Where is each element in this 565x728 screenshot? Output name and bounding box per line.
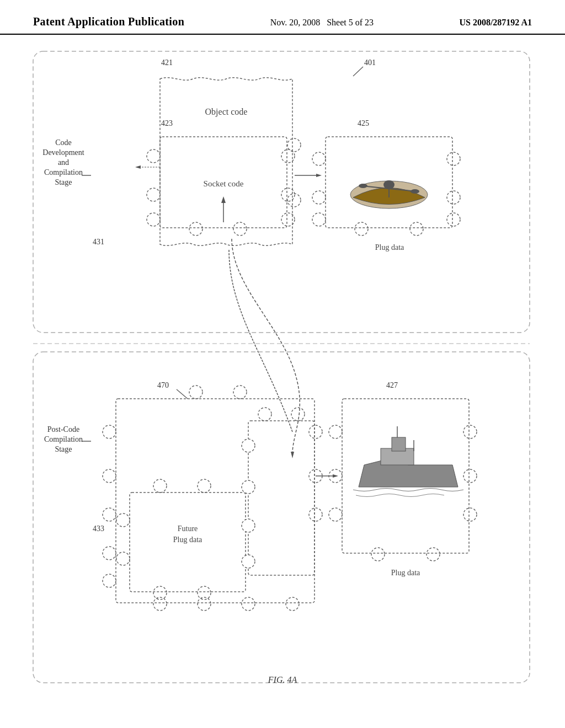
- svg-point-45: [411, 189, 419, 194]
- svg-point-56: [233, 386, 247, 399]
- header: Patent Application Publication Nov. 20, …: [0, 0, 565, 35]
- svg-text:Plug data: Plug data: [375, 243, 404, 251]
- header-left: Patent Application Publication: [33, 15, 184, 28]
- svg-point-55: [189, 386, 202, 399]
- svg-point-19: [147, 213, 160, 226]
- svg-text:FIG. 4A: FIG. 4A: [268, 675, 297, 684]
- header-center: Nov. 20, 2008 Sheet 5 of 23: [270, 15, 374, 28]
- svg-line-54: [177, 389, 188, 399]
- svg-point-93: [463, 508, 477, 521]
- svg-point-58: [103, 425, 116, 438]
- svg-point-85: [291, 408, 305, 421]
- svg-point-83: [242, 555, 255, 568]
- svg-text:Compilation: Compilation: [44, 435, 83, 443]
- svg-point-34: [312, 213, 326, 226]
- svg-point-84: [258, 408, 271, 421]
- svg-point-81: [242, 480, 255, 494]
- svg-point-66: [153, 597, 167, 611]
- svg-marker-102: [316, 174, 322, 177]
- header-date: Nov. 20, 2008: [270, 18, 321, 27]
- main-content: Code Development and Compilation Stage 4…: [0, 35, 565, 713]
- svg-point-36: [447, 191, 460, 204]
- svg-text:421: 421: [161, 58, 173, 67]
- svg-point-35: [447, 152, 460, 165]
- svg-point-44: [359, 184, 367, 188]
- svg-marker-104: [291, 452, 294, 458]
- svg-point-69: [286, 597, 299, 611]
- svg-point-91: [463, 425, 477, 438]
- svg-rect-2: [33, 51, 530, 333]
- svg-text:and: and: [58, 158, 69, 167]
- svg-marker-29: [221, 196, 226, 203]
- svg-text:Compilation: Compilation: [44, 168, 83, 176]
- svg-point-39: [410, 222, 423, 235]
- svg-text:Code: Code: [55, 138, 72, 147]
- svg-point-65: [309, 508, 322, 521]
- svg-point-76: [116, 552, 130, 565]
- svg-text:470: 470: [157, 381, 169, 389]
- svg-point-80: [242, 439, 255, 452]
- svg-text:Post-Code: Post-Code: [47, 425, 79, 433]
- header-right: US 2008/287192 A1: [459, 15, 532, 28]
- svg-rect-57: [116, 399, 315, 603]
- svg-point-12: [287, 194, 301, 207]
- svg-rect-79: [248, 421, 315, 575]
- svg-point-68: [242, 597, 255, 611]
- svg-point-92: [463, 469, 477, 483]
- svg-text:Stage: Stage: [55, 445, 72, 453]
- header-sheet: Sheet 5 of 23: [327, 18, 374, 27]
- svg-text:401: 401: [364, 58, 376, 67]
- svg-text:Plug data: Plug data: [173, 536, 202, 544]
- svg-point-88: [329, 425, 342, 438]
- svg-point-18: [147, 188, 160, 201]
- svg-text:431: 431: [93, 238, 104, 246]
- svg-point-17: [147, 149, 160, 163]
- svg-point-63: [309, 425, 322, 438]
- svg-point-94: [371, 548, 385, 561]
- svg-text:Future: Future: [178, 524, 198, 533]
- svg-point-71: [153, 479, 167, 493]
- svg-text:Object code: Object code: [205, 107, 248, 117]
- svg-point-75: [116, 513, 130, 527]
- svg-text:Socket code: Socket code: [204, 179, 244, 188]
- svg-point-38: [355, 222, 368, 235]
- svg-point-72: [198, 479, 211, 493]
- svg-point-90: [329, 508, 342, 521]
- svg-text:Plug data: Plug data: [391, 569, 420, 577]
- svg-text:423: 423: [161, 119, 173, 127]
- svg-point-20: [281, 149, 295, 163]
- svg-point-24: [233, 222, 247, 235]
- svg-text:427: 427: [386, 381, 398, 389]
- svg-point-67: [198, 597, 211, 611]
- svg-point-61: [103, 547, 116, 560]
- svg-point-82: [242, 519, 255, 532]
- svg-point-33: [312, 191, 326, 204]
- svg-text:433: 433: [93, 524, 104, 533]
- svg-point-21: [281, 188, 295, 201]
- svg-point-60: [103, 508, 116, 521]
- patent-diagram: Code Development and Compilation Stage 4…: [0, 35, 565, 713]
- svg-point-37: [447, 213, 460, 226]
- svg-point-23: [189, 222, 202, 235]
- svg-point-95: [427, 548, 440, 561]
- svg-point-32: [312, 152, 326, 165]
- svg-line-14: [353, 67, 363, 76]
- svg-marker-27: [135, 165, 141, 169]
- svg-text:425: 425: [358, 119, 369, 127]
- svg-point-59: [103, 469, 116, 483]
- svg-rect-97: [392, 437, 406, 451]
- svg-text:Development: Development: [42, 148, 84, 157]
- svg-point-62: [103, 574, 116, 587]
- svg-text:Stage: Stage: [55, 178, 72, 186]
